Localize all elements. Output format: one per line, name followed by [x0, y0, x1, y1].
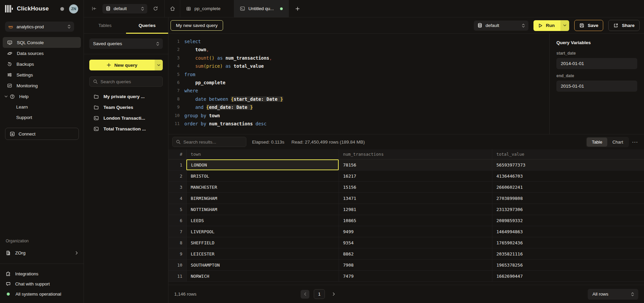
workspace-select[interactable]: aws analytics-prod	[5, 22, 74, 32]
line-number: 8	[172, 95, 180, 103]
table-cell[interactable]: 2089859332	[492, 215, 644, 226]
table-cell[interactable]: 16217	[339, 171, 492, 181]
results-overflow-menu[interactable]: ···	[632, 140, 638, 145]
sql-editor[interactable]: 1select2town,3count() as num_transaction…	[168, 34, 549, 134]
terminal-icon	[94, 116, 99, 120]
query-list-item[interactable]: Total Transaction ...	[89, 123, 163, 134]
view-toggle-chart[interactable]: Chart	[607, 138, 628, 147]
table-cell[interactable]: 2035821116	[492, 248, 644, 259]
query-tab[interactable]: My new saved query	[171, 20, 223, 31]
editor-toolbar: My new saved query default Run	[168, 18, 644, 34]
row-number: 4	[168, 193, 186, 204]
table-cell[interactable]: MANCHESTER	[186, 182, 339, 192]
workspace: My new saved query default Run	[168, 18, 644, 303]
table-cell[interactable]: BRISTOL	[186, 171, 339, 181]
query-list-item[interactable]: London Transacti...	[89, 113, 163, 123]
editor-database-select[interactable]: default	[474, 21, 528, 31]
table-cell[interactable]: 9499	[339, 226, 492, 237]
chevron-down-icon	[563, 24, 566, 27]
sidebar-footer-integrations[interactable]: Integrations	[0, 269, 84, 279]
sidebar: ClickHouse ZN aws analytics-prod SQL Con…	[0, 0, 84, 303]
search-queries-input[interactable]	[100, 79, 159, 84]
sidebar-footer-all-systems-operational[interactable]: All systems operational	[0, 289, 84, 299]
table-cell[interactable]: LONDON	[186, 159, 339, 170]
table-cell[interactable]: 78156	[339, 159, 492, 170]
save-button[interactable]: Save	[574, 20, 604, 31]
sidebar-item-backups[interactable]: Backups	[3, 59, 81, 69]
doc-tab-untitled-qu[interactable]: Untitled qu...	[234, 0, 289, 17]
results-panel: Elapsed: 0.113s Read: 27,450,499 rows (1…	[168, 134, 644, 303]
avatar[interactable]: ZN	[69, 4, 78, 13]
sidebar-footer-chat-with-support[interactable]: Chat with support	[0, 279, 84, 289]
table-row: 11NORWICH74791662690447	[168, 271, 644, 282]
table-cell[interactable]: 9354	[339, 237, 492, 248]
table-cell[interactable]: 10865	[339, 215, 492, 226]
building-icon	[6, 250, 11, 255]
end-date-input[interactable]	[556, 81, 637, 92]
new-query-dropdown[interactable]	[155, 60, 163, 70]
start-date-input[interactable]	[556, 58, 637, 69]
query-tab-label: My new saved query	[176, 23, 218, 28]
search-results-input[interactable]	[183, 140, 243, 145]
query-list-item[interactable]: My private query ...	[89, 91, 163, 102]
table-cell[interactable]: 1765902436	[492, 237, 644, 248]
collapse-sidebar-icon[interactable]	[92, 6, 97, 11]
page-number-input[interactable]	[314, 289, 325, 299]
table-cell[interactable]: SOUTHAMPTON	[186, 260, 339, 270]
variable-label: end_date	[556, 73, 637, 78]
view-toggle-table[interactable]: Table	[587, 138, 607, 147]
refresh-icon[interactable]	[153, 6, 158, 11]
table-cell[interactable]: 15156	[339, 182, 492, 192]
table-cell[interactable]: LEICESTER	[186, 248, 339, 259]
table-cell[interactable]: 7908	[339, 260, 492, 270]
sidebar-item-sql-console[interactable]: SQL Console	[3, 37, 81, 48]
share-button[interactable]: Share	[608, 20, 640, 31]
table-cell[interactable]: 13471	[339, 193, 492, 204]
prev-page-button[interactable]	[301, 290, 309, 299]
sidebar-item-label: Help	[19, 94, 29, 99]
table-cell[interactable]: 7479	[339, 271, 492, 281]
sidebar-subitem-support[interactable]: Support	[0, 112, 84, 123]
organization-row[interactable]: ZOrg	[0, 247, 84, 258]
table-cell[interactable]: 2313297306	[492, 204, 644, 215]
table-cell[interactable]: 2660602241	[492, 182, 644, 192]
table-cell[interactable]: 2703899808	[492, 193, 644, 204]
table-cell[interactable]: SHEFFIELD	[186, 237, 339, 248]
query-list-item[interactable]: Team Queries	[89, 102, 163, 113]
new-tab-button[interactable]	[289, 0, 306, 17]
table-cell[interactable]: NORWICH	[186, 271, 339, 281]
new-query-label: New query	[114, 63, 137, 68]
topbar-database-select[interactable]: default	[102, 4, 147, 13]
table-cell[interactable]: 8862	[339, 248, 492, 259]
table-cell[interactable]: 1965378256	[492, 260, 644, 270]
table-cell[interactable]: 12981	[339, 204, 492, 215]
table-cell[interactable]: BIRMINGHAM	[186, 193, 339, 204]
connect-button[interactable]: Connect	[5, 128, 79, 140]
new-query-button[interactable]: New query	[89, 60, 163, 70]
home-button[interactable]	[165, 0, 180, 17]
table-row: 7LIVERPOOL94991464994863	[168, 226, 644, 237]
table-cell[interactable]: NOTTINGHAM	[186, 204, 339, 215]
table-cell[interactable]: LIVERPOOL	[186, 226, 339, 237]
saved-queries-select[interactable]: Saved queries	[89, 38, 163, 49]
table-cell[interactable]: 56593977373	[492, 159, 644, 170]
search-icon	[93, 79, 98, 84]
table-cell[interactable]: 1464994863	[492, 226, 644, 237]
sidebar-item-data-sources[interactable]: Data sources	[3, 48, 81, 59]
run-dropdown[interactable]	[560, 20, 569, 31]
page-size-select[interactable]: All rows	[588, 289, 638, 300]
tab-tables[interactable]: Tables	[84, 18, 126, 33]
sidebar-subitem-learn[interactable]: Learn	[0, 102, 84, 112]
row-number: 2	[168, 171, 186, 181]
doc-tab-pp-complete[interactable]: pp_complete	[180, 0, 234, 17]
tab-queries[interactable]: Queries	[126, 18, 168, 33]
sidebar-item-monitoring[interactable]: Monitoring	[3, 80, 81, 91]
table-cell[interactable]: 1662690447	[492, 271, 644, 281]
table-cell[interactable]: 4136446703	[492, 171, 644, 181]
sidebar-item-help[interactable]: Help	[3, 91, 81, 102]
sidebar-item-settings[interactable]: Settings	[3, 69, 81, 80]
next-page-button[interactable]	[329, 290, 338, 299]
table-cell[interactable]: LEEDS	[186, 215, 339, 226]
run-button[interactable]: Run	[533, 20, 569, 31]
search-results-box	[172, 137, 246, 147]
